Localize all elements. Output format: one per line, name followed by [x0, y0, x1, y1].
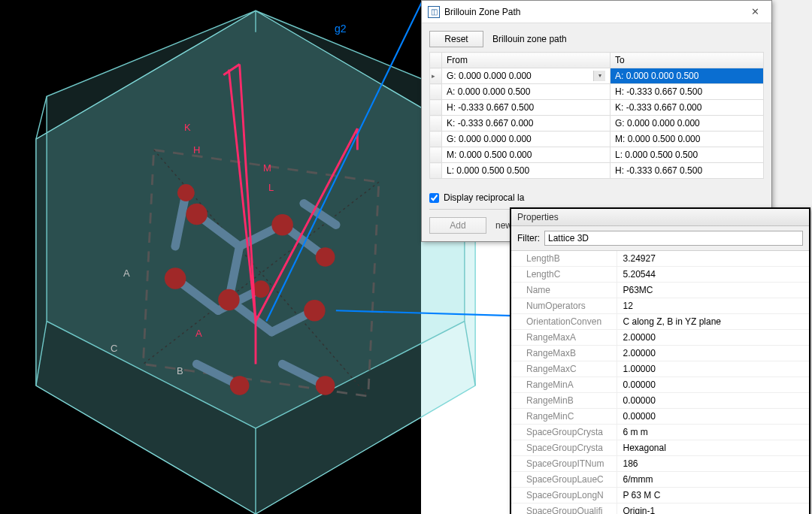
property-row[interactable]: SpaceGroupITNum186: [511, 456, 809, 472]
to-cell[interactable]: H: -0.333 0.667 0.500: [611, 84, 764, 100]
property-value[interactable]: P63MC: [617, 283, 809, 298]
bz-row[interactable]: ▸G: 0.000 0.000 0.000▾A: 0.000 0.000 0.5…: [430, 68, 764, 84]
property-key: RangeMinB: [511, 393, 617, 409]
dialog-title: Brillouin Zone Path: [444, 7, 520, 17]
to-cell[interactable]: K: -0.333 0.667 0.000: [611, 100, 764, 116]
from-cell[interactable]: H: -0.333 0.667 0.500: [442, 100, 611, 116]
property-key: RangeMaxC: [511, 361, 617, 377]
property-row[interactable]: LengthB3.24927: [511, 251, 809, 267]
bz-app-icon: ◫: [428, 6, 440, 18]
axis-C: C: [111, 343, 117, 354]
filter-input[interactable]: [544, 231, 803, 246]
bz-row[interactable]: K: -0.333 0.667 0.000G: 0.000 0.000 0.00…: [430, 116, 764, 132]
property-key: SpaceGroupQualifi: [511, 503, 617, 515]
bz-row[interactable]: M: 0.000 0.500 0.000L: 0.000 0.500 0.500: [430, 147, 764, 163]
property-value[interactable]: 0.00000: [617, 409, 809, 425]
property-value[interactable]: 2.00000: [617, 330, 809, 346]
bz-row[interactable]: G: 0.000 0.000 0.000M: 0.000 0.500 0.000: [430, 132, 764, 147]
dialog-titlebar[interactable]: ◫ Brillouin Zone Path ✕: [422, 1, 771, 23]
property-row[interactable]: RangeMaxB2.00000: [511, 346, 809, 361]
property-key: OrientationConven: [511, 314, 617, 330]
property-key: RangeMinC: [511, 409, 617, 425]
axis-label-g2: g2: [335, 23, 347, 35]
svg-point-30: [316, 376, 335, 395]
bz-subtitle: Brillouin zone path: [492, 34, 567, 44]
property-value[interactable]: 6 m m: [617, 425, 809, 440]
property-value[interactable]: 6/mmm: [617, 472, 809, 488]
to-cell[interactable]: H: -0.333 0.667 0.500: [611, 163, 764, 179]
kpoint-M: M: [263, 162, 271, 174]
dropdown-icon[interactable]: ▾: [593, 71, 605, 81]
property-row[interactable]: SpaceGroupCrysta6 m m: [511, 425, 809, 440]
property-row[interactable]: OrientationConvenC along Z, B in YZ plan…: [511, 314, 809, 330]
property-row[interactable]: RangeMaxA2.00000: [511, 330, 809, 346]
from-cell[interactable]: L: 0.000 0.500 0.500: [442, 163, 611, 179]
property-key: SpaceGroupLongN: [511, 488, 617, 503]
property-row[interactable]: NameP63MC: [511, 283, 809, 298]
col-to[interactable]: To: [611, 53, 764, 68]
col-from[interactable]: From: [442, 53, 611, 68]
from-cell[interactable]: G: 0.000 0.000 0.000▾: [442, 68, 611, 84]
properties-title: Properties: [511, 209, 809, 226]
row-header[interactable]: [430, 116, 442, 132]
property-value[interactable]: 12: [617, 298, 809, 314]
property-row[interactable]: RangeMinB0.00000: [511, 393, 809, 409]
property-row[interactable]: SpaceGroupQualifiOrigin-1: [511, 503, 809, 515]
from-cell[interactable]: K: -0.333 0.667 0.000: [442, 116, 611, 132]
row-header[interactable]: [430, 84, 442, 100]
property-value[interactable]: P 63 M C: [617, 488, 809, 503]
properties-panel: Properties Filter: LengthB3.24927LengthC…: [510, 207, 810, 514]
reset-button[interactable]: Reset: [429, 31, 483, 47]
to-cell[interactable]: L: 0.000 0.500 0.500: [611, 147, 764, 163]
property-value[interactable]: 0.00000: [617, 393, 809, 409]
add-button[interactable]: Add: [429, 217, 486, 234]
from-cell[interactable]: G: 0.000 0.000 0.000: [442, 132, 611, 147]
to-cell[interactable]: G: 0.000 0.000 0.000: [611, 116, 764, 132]
brillouin-zone-dialog: ◫ Brillouin Zone Path ✕ Reset Brillouin …: [421, 0, 772, 242]
property-row[interactable]: SpaceGroupLaueC6/mmm: [511, 472, 809, 488]
property-value[interactable]: 1.00000: [617, 361, 809, 377]
property-row[interactable]: RangeMinC0.00000: [511, 409, 809, 425]
property-key: RangeMinA: [511, 377, 617, 393]
from-cell[interactable]: M: 0.000 0.500 0.000: [442, 147, 611, 163]
to-cell[interactable]: M: 0.000 0.500 0.000: [611, 132, 764, 147]
property-value[interactable]: 3.24927: [617, 251, 809, 267]
svg-point-24: [271, 214, 293, 236]
property-value[interactable]: Origin-1: [617, 503, 809, 515]
close-icon[interactable]: ✕: [744, 5, 765, 20]
property-row[interactable]: RangeMinA0.00000: [511, 377, 809, 393]
display-reciprocal-checkbox[interactable]: [429, 193, 439, 203]
property-value[interactable]: C along Z, B in YZ plane: [617, 314, 809, 330]
property-row[interactable]: SpaceGroupCrystaHexagonal: [511, 440, 809, 456]
from-cell[interactable]: A: 0.000 0.000 0.500: [442, 84, 611, 100]
kpoint-H: H: [193, 144, 200, 156]
bz-path-table[interactable]: From To ▸G: 0.000 0.000 0.000▾A: 0.000 0…: [429, 52, 764, 179]
svg-point-26: [304, 300, 326, 322]
row-header[interactable]: [430, 100, 442, 116]
property-value[interactable]: 186: [617, 456, 809, 472]
svg-point-29: [230, 376, 250, 395]
display-reciprocal-label: Display reciprocal la: [444, 192, 524, 203]
to-cell[interactable]: A: 0.000 0.000 0.500: [611, 68, 764, 84]
properties-table[interactable]: LengthB3.24927LengthC5.20544NameP63MCNum…: [511, 251, 809, 514]
property-key: LengthB: [511, 251, 617, 267]
property-row[interactable]: LengthC5.20544: [511, 267, 809, 283]
row-header[interactable]: [430, 163, 442, 179]
property-value[interactable]: Hexagonal: [617, 440, 809, 456]
row-header[interactable]: [430, 132, 442, 147]
property-row[interactable]: SpaceGroupLongNP 63 M C: [511, 488, 809, 503]
property-value[interactable]: 5.20544: [617, 267, 809, 283]
property-value[interactable]: 2.00000: [617, 346, 809, 361]
property-row[interactable]: NumOperators12: [511, 298, 809, 314]
svg-point-23: [186, 204, 208, 225]
property-key: RangeMaxA: [511, 330, 617, 346]
property-value[interactable]: 0.00000: [617, 377, 809, 393]
property-key: SpaceGroupITNum: [511, 456, 617, 472]
bz-row[interactable]: H: -0.333 0.667 0.500K: -0.333 0.667 0.0…: [430, 100, 764, 116]
kpoint-K: K: [184, 122, 191, 133]
row-header[interactable]: ▸: [430, 68, 442, 84]
property-row[interactable]: RangeMaxC1.00000: [511, 361, 809, 377]
row-header[interactable]: [430, 147, 442, 163]
bz-row[interactable]: L: 0.000 0.500 0.500H: -0.333 0.667 0.50…: [430, 163, 764, 179]
bz-row[interactable]: A: 0.000 0.000 0.500H: -0.333 0.667 0.50…: [430, 84, 764, 100]
